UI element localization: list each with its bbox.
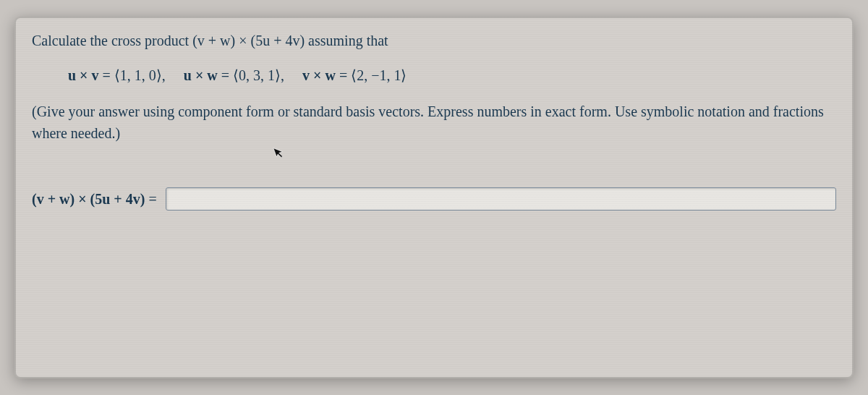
- uw-lhs: u × w: [184, 67, 218, 83]
- uw-eq: =: [218, 67, 233, 83]
- vw-lhs: v × w: [302, 67, 336, 83]
- uv-eq: =: [99, 67, 114, 83]
- answer-expr: (v + w) × (5u + 4v): [32, 191, 145, 207]
- given-values: u × v = ⟨1, 1, 0⟩, u × w = ⟨0, 3, 1⟩, v …: [68, 64, 836, 86]
- problem-intro: Calculate the cross product (v + w) × (5…: [32, 30, 836, 51]
- vw-eq: =: [336, 67, 351, 83]
- given-uv: u × v = ⟨1, 1, 0⟩,: [68, 67, 169, 83]
- answer-label: (v + w) × (5u + 4v) =: [32, 188, 157, 210]
- given-vw: v × w = ⟨2, −1, 1⟩: [302, 67, 407, 83]
- given-uw: u × w = ⟨0, 3, 1⟩,: [184, 67, 288, 83]
- uv-rhs: ⟨1, 1, 0⟩,: [114, 67, 166, 83]
- uv-lhs: u × v: [68, 67, 99, 83]
- intro-text: Calculate the cross product (v + w) × (5…: [32, 33, 388, 48]
- problem-card: Calculate the cross product (v + w) × (5…: [14, 17, 854, 378]
- uw-rhs: ⟨0, 3, 1⟩,: [233, 67, 284, 83]
- vw-rhs: ⟨2, −1, 1⟩: [351, 67, 407, 83]
- instructions-text: (Give your answer using component form o…: [32, 101, 836, 144]
- answer-input[interactable]: [166, 187, 836, 211]
- problem-body: Calculate the cross product (v + w) × (5…: [32, 30, 836, 211]
- answer-row: (v + w) × (5u + 4v) =: [32, 187, 836, 211]
- answer-eq: =: [145, 191, 156, 207]
